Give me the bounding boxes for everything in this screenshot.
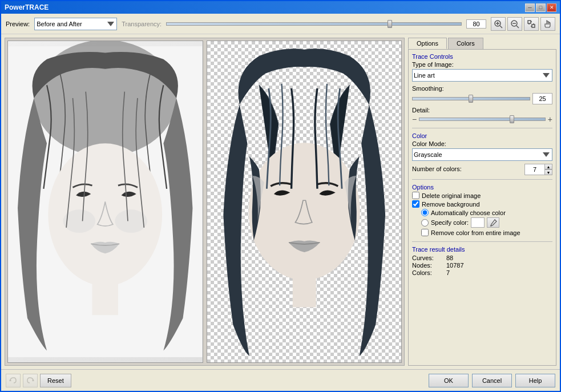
eyedropper-button[interactable] [487, 217, 499, 228]
remove-entire-checkbox[interactable] [421, 229, 429, 236]
help-button[interactable]: Help [515, 374, 555, 387]
detail-thumb[interactable] [510, 115, 514, 123]
tab-options[interactable]: Options [408, 38, 447, 49]
ok-button[interactable]: OK [429, 374, 469, 387]
num-colors-label: Number of colors: [412, 165, 462, 172]
title-bar-buttons: ─ □ ✕ [525, 3, 556, 12]
svg-point-21 [490, 225, 491, 226]
trace-results: Trace result details Curves: 88 Nodes: 1… [412, 246, 552, 277]
svg-rect-20 [292, 272, 316, 307]
svg-point-19 [248, 143, 360, 280]
curves-label: Curves: [412, 254, 446, 261]
after-image [207, 41, 402, 363]
zoom-in-button[interactable] [491, 17, 506, 31]
bottom-bar: Reset OK Cancel Help [1, 369, 560, 391]
type-of-image-row: Line art Clip art Photo [412, 69, 552, 82]
transparency-label: Transparency: [122, 21, 162, 27]
smoothing-value[interactable] [532, 93, 552, 104]
auto-choose-row: Automatically choose color [421, 209, 552, 216]
trace-controls-title: Trace Controls [412, 53, 552, 60]
before-image [7, 41, 203, 363]
zoom-in-icon [494, 19, 503, 29]
svg-rect-8 [532, 25, 535, 27]
preview-label: Preview: [6, 21, 30, 27]
smoothing-slider[interactable] [412, 97, 530, 100]
detail-label: Detail: [412, 107, 552, 114]
nodes-value: 10787 [446, 262, 464, 269]
redo-button[interactable] [23, 374, 38, 387]
fit-button[interactable] [524, 17, 539, 31]
nodes-row: Nodes: 10787 [412, 262, 552, 269]
zoom-out-icon [510, 19, 519, 29]
undo-icon [9, 376, 18, 385]
spinner-down[interactable]: ▼ [544, 169, 552, 175]
options-section: Options Delete original image Remove bac… [412, 184, 552, 237]
svg-rect-7 [528, 21, 531, 23]
remove-background-label: Remove background [422, 201, 480, 208]
smoothing-thumb[interactable] [469, 95, 473, 103]
zoom-out-button[interactable] [507, 17, 522, 31]
color-mode-select[interactable]: Grayscale RGB Color CMYK Color Black and… [412, 148, 552, 161]
delete-original-checkbox[interactable] [412, 192, 419, 199]
tab-colors[interactable]: Colors [448, 38, 483, 49]
remove-background-checkbox[interactable] [412, 200, 419, 208]
detail-slider[interactable] [419, 118, 546, 121]
reset-button[interactable]: Reset [40, 374, 71, 387]
delete-original-row: Delete original image [412, 192, 552, 199]
undo-button[interactable] [6, 374, 21, 387]
spinner-buttons: ▲ ▼ [544, 164, 552, 175]
remove-background-row: Remove background [412, 200, 552, 208]
preview-area: Options Colors Trace Controls Type of Im… [1, 34, 560, 369]
smoothing-label: Smoothing: [412, 85, 552, 92]
specify-color-swatch[interactable] [471, 217, 485, 228]
svg-line-5 [516, 26, 519, 28]
colors-row: Colors: 7 [412, 269, 552, 276]
specify-color-label: Specify color: [431, 219, 469, 226]
options-body: Trace Controls Type of Image: Line art C… [408, 49, 556, 366]
spinner-up[interactable]: ▲ [544, 164, 552, 169]
toolbar: Preview: Before and After Before After W… [1, 14, 560, 34]
detail-minus: − [412, 115, 417, 124]
curves-value: 88 [446, 254, 453, 261]
fit-icon [527, 19, 536, 29]
trace-results-title: Trace result details [412, 246, 552, 253]
remove-entire-row: Remove color from entire image [421, 229, 552, 236]
auto-choose-label: Automatically choose color [431, 209, 506, 216]
colors-label: Colors: [412, 269, 446, 276]
maximize-button[interactable]: □ [536, 3, 546, 12]
type-of-image-label: Type of Image: [412, 61, 552, 68]
bottom-left: Reset [6, 374, 71, 387]
redo-icon [26, 376, 35, 385]
toolbar-icons [491, 17, 555, 31]
auto-choose-radio[interactable] [421, 209, 429, 216]
color-section: Color Color Mode: Grayscale RGB Color CM… [412, 132, 552, 175]
detail-plus: + [548, 115, 552, 124]
num-colors-input[interactable] [524, 164, 544, 175]
before-face-svg [8, 41, 203, 362]
svg-line-1 [500, 26, 502, 28]
trace-controls-section: Trace Controls Type of Image: Line art C… [412, 53, 552, 124]
type-of-image-select[interactable]: Line art Clip art Photo [412, 69, 552, 82]
eyedropper-icon [490, 219, 497, 227]
cancel-button[interactable]: Cancel [472, 374, 512, 387]
num-colors-spinner: ▲ ▼ [524, 164, 552, 175]
hand-button[interactable] [540, 17, 555, 31]
svg-marker-22 [9, 379, 11, 381]
specify-color-radio[interactable] [421, 219, 429, 227]
svg-point-15 [48, 143, 162, 286]
options-section-title: Options [412, 184, 552, 191]
preview-select[interactable]: Before and After Before After Wireframe [34, 18, 117, 30]
minimize-button[interactable]: ─ [525, 3, 535, 12]
tabs-row: Options Colors [408, 38, 556, 49]
delete-original-label: Delete original image [422, 192, 481, 199]
nodes-label: Nodes: [412, 262, 446, 269]
images-panel [5, 38, 405, 366]
remove-entire-label: Remove color from entire image [431, 229, 520, 236]
bottom-right: OK Cancel Help [429, 374, 555, 387]
options-panel: Options Colors Trace Controls Type of Im… [408, 38, 556, 366]
color-mode-row: Grayscale RGB Color CMYK Color Black and… [412, 148, 552, 161]
curves-row: Curves: 88 [412, 254, 552, 261]
close-button[interactable]: ✕ [547, 3, 556, 12]
transparency-slider[interactable] [166, 22, 462, 26]
svg-marker-23 [32, 379, 34, 381]
